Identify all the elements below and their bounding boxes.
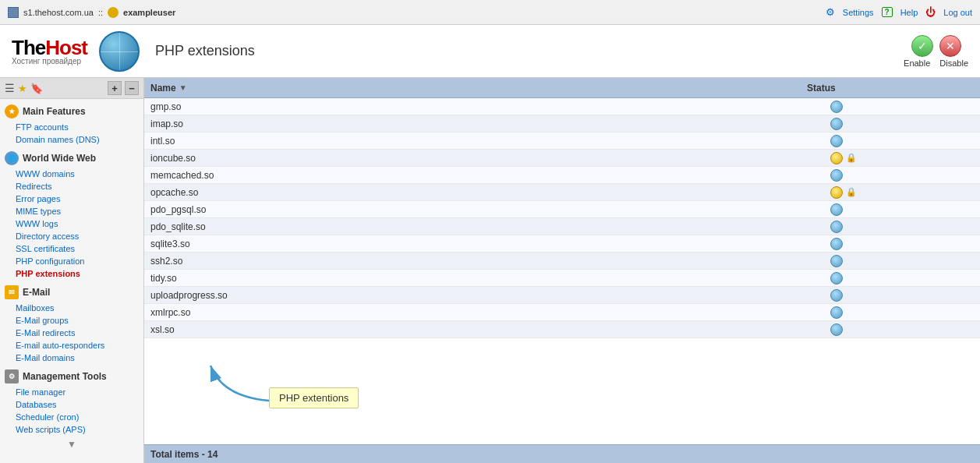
table-row[interactable]: sqlite3.so bbox=[144, 235, 980, 253]
remove-icon[interactable]: − bbox=[125, 81, 139, 95]
page-title: PHP extensions bbox=[155, 43, 255, 59]
cell-status: 🔒 bbox=[824, 186, 980, 199]
sidebar-item-php-extensions[interactable]: PHP extensions bbox=[0, 267, 143, 280]
features-icon: ★ bbox=[5, 104, 19, 118]
table-row[interactable]: gmp.so bbox=[144, 98, 980, 115]
cell-name: gmp.so bbox=[144, 101, 824, 112]
cell-name: pdo_sqlite.so bbox=[144, 221, 824, 232]
logout-link[interactable]: Log out bbox=[943, 8, 972, 17]
list-icon[interactable]: ☰ bbox=[5, 82, 15, 94]
logo-the: The bbox=[12, 37, 45, 58]
cell-status bbox=[824, 118, 980, 130]
table-body: gmp.soimap.sointl.soioncube.so🔒memcached… bbox=[144, 98, 980, 463]
enable-label[interactable]: Enable bbox=[904, 58, 930, 68]
sidebar-item-email-redirects[interactable]: E-Mail redirects bbox=[0, 327, 143, 339]
cell-status bbox=[824, 289, 980, 302]
server-icon bbox=[8, 7, 19, 18]
table-footer: Total items - 14 bbox=[144, 444, 980, 463]
cell-status bbox=[824, 238, 980, 250]
status-off-icon bbox=[830, 255, 843, 267]
username: exampleuser bbox=[123, 8, 175, 17]
col-status-header[interactable]: Status bbox=[801, 83, 957, 94]
sidebar-item-email-groups[interactable]: E-Mail groups bbox=[0, 314, 143, 327]
cell-status bbox=[824, 169, 980, 182]
sidebar-item-ssl[interactable]: SSL certificates bbox=[0, 242, 143, 255]
status-off-icon bbox=[830, 306, 843, 319]
sidebar-item-php-config[interactable]: PHP configuration bbox=[0, 255, 143, 267]
table-row[interactable]: opcache.so🔒 bbox=[144, 184, 980, 201]
section-mgmt-title: ⚙ Management Tools bbox=[0, 367, 143, 386]
col-name-header[interactable]: Name ▼ bbox=[144, 83, 801, 94]
cell-name: sqlite3.so bbox=[144, 239, 824, 249]
sidebar-item-www-domains[interactable]: WWW domains bbox=[0, 168, 143, 180]
sidebar-item-mailboxes[interactable]: Mailboxes bbox=[0, 302, 143, 314]
table-row[interactable]: imap.so bbox=[144, 115, 980, 133]
table-row[interactable]: pdo_sqlite.so bbox=[144, 218, 980, 235]
sidebar-item-error-pages[interactable]: Error pages bbox=[0, 193, 143, 205]
status-on-icon bbox=[830, 186, 843, 199]
table-row[interactable]: ssh2.so bbox=[144, 253, 980, 270]
lock-icon: 🔒 bbox=[846, 187, 857, 197]
sidebar-item-databases[interactable]: Databases bbox=[0, 398, 143, 411]
status-off-icon bbox=[830, 272, 843, 285]
table-header: Name ▼ Status bbox=[144, 78, 980, 98]
status-off-icon bbox=[830, 203, 843, 216]
cell-name: xsl.so bbox=[144, 324, 824, 335]
sidebar-item-dns[interactable]: Domain names (DNS) bbox=[0, 133, 143, 146]
table-row[interactable]: memcached.so bbox=[144, 167, 980, 184]
enable-button-icon: ✓ bbox=[911, 35, 933, 57]
cell-status bbox=[824, 306, 980, 319]
sidebar-item-ftp[interactable]: FTP accounts bbox=[0, 121, 143, 133]
cell-status bbox=[824, 203, 980, 216]
table-row[interactable]: intl.so bbox=[144, 133, 980, 150]
table-row[interactable]: tidy.so bbox=[144, 270, 980, 287]
section-main-features-title: ★ Main Features bbox=[0, 102, 143, 121]
logo-sub: Хостинг провайдер bbox=[12, 58, 87, 65]
status-off-icon bbox=[830, 238, 843, 250]
section-www: 🌐 World Wide Web WWW domains Redirects E… bbox=[0, 149, 143, 280]
add-icon[interactable]: + bbox=[108, 81, 122, 95]
cell-name: uploadprogress.so bbox=[144, 290, 824, 301]
topbar: s1.thehost.com.ua :: exampleuser ⚙ Setti… bbox=[0, 0, 980, 25]
settings-link[interactable]: Settings bbox=[843, 8, 874, 17]
cell-status bbox=[824, 323, 980, 336]
status-off-icon bbox=[830, 101, 843, 113]
sidebar-item-scheduler[interactable]: Scheduler (cron) bbox=[0, 411, 143, 423]
sidebar-item-dir-access[interactable]: Directory access bbox=[0, 230, 143, 242]
server-name: s1.thehost.com.ua bbox=[23, 8, 94, 17]
table-row[interactable]: uploadprogress.so bbox=[144, 287, 980, 304]
sidebar-item-autoresponders[interactable]: E-mail auto-responders bbox=[0, 339, 143, 352]
cell-name: ssh2.so bbox=[144, 256, 824, 267]
section-main-features: ★ Main Features FTP accounts Domain name… bbox=[0, 102, 143, 146]
logout-icon: ⏻ bbox=[925, 6, 936, 18]
www-icon: 🌐 bbox=[5, 151, 19, 165]
sidebar-item-email-domains[interactable]: E-Mail domains bbox=[0, 352, 143, 364]
status-off-icon bbox=[830, 323, 843, 336]
sidebar-scroll-down[interactable]: ▼ bbox=[0, 436, 143, 453]
bookmark-icon[interactable]: 🔖 bbox=[30, 83, 43, 94]
enable-disable-buttons: ✓ ✕ Enable Disable bbox=[904, 35, 968, 68]
header: The Host Хостинг провайдер PHP extension… bbox=[0, 25, 980, 78]
table-row[interactable]: xsl.so bbox=[144, 321, 980, 338]
cell-status bbox=[824, 221, 980, 233]
sidebar-item-www-logs[interactable]: WWW logs bbox=[0, 217, 143, 230]
user-icon bbox=[108, 7, 119, 18]
lock-icon: 🔒 bbox=[846, 153, 857, 163]
sidebar: ☰ ★ 🔖 + − ★ Main Features FTP accounts D… bbox=[0, 78, 144, 463]
sidebar-item-redirects[interactable]: Redirects bbox=[0, 180, 143, 193]
table-row[interactable]: ioncube.so🔒 bbox=[144, 150, 980, 167]
sidebar-item-file-manager[interactable]: File manager bbox=[0, 386, 143, 398]
sidebar-item-web-scripts[interactable]: Web scripts (APS) bbox=[0, 423, 143, 436]
status-off-icon bbox=[830, 135, 843, 147]
table-row[interactable]: xmlrpc.so bbox=[144, 304, 980, 321]
star-icon[interactable]: ★ bbox=[18, 83, 27, 94]
main-layout: ☰ ★ 🔖 + − ★ Main Features FTP accounts D… bbox=[0, 78, 980, 463]
help-link[interactable]: Help bbox=[900, 8, 918, 17]
cell-name: xmlrpc.so bbox=[144, 307, 824, 318]
cell-name: pdo_pgsql.so bbox=[144, 204, 824, 215]
sidebar-item-mime-types[interactable]: MIME types bbox=[0, 205, 143, 217]
status-on-icon bbox=[830, 152, 843, 164]
disable-label[interactable]: Disable bbox=[939, 58, 968, 68]
cell-status: 🔒 bbox=[824, 152, 980, 164]
table-row[interactable]: pdo_pgsql.so bbox=[144, 201, 980, 218]
